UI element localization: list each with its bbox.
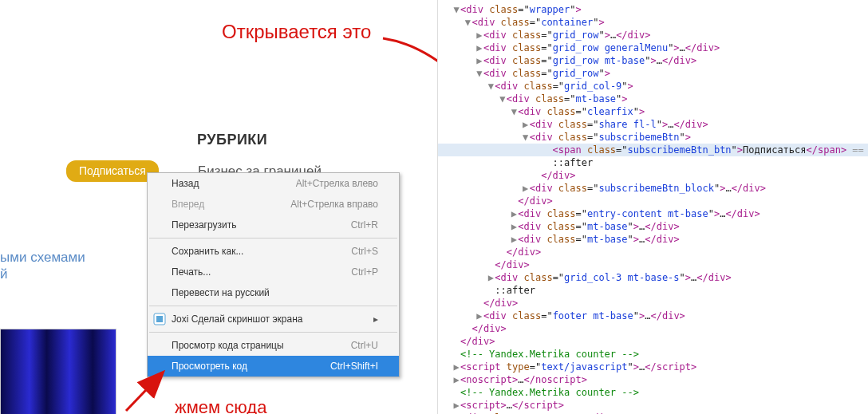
context-menu-forward: Вперед Alt+Стрелка вправо bbox=[148, 194, 399, 215]
annotation-press-here: жмем сюда bbox=[175, 397, 266, 414]
context-menu-joxi[interactable]: Joxi Сделай скриншот экрана ▸ bbox=[148, 309, 399, 329]
cm-reload-label: Перезагрузить bbox=[172, 219, 236, 231]
cm-reload-shortcut: Ctrl+R bbox=[351, 219, 378, 231]
context-menu-saveas[interactable]: Сохранить как... Ctrl+S bbox=[148, 241, 399, 262]
dom-line[interactable]: </div> bbox=[438, 246, 868, 258]
subscribe-button[interactable]: Подписаться bbox=[66, 160, 159, 182]
dom-line[interactable]: ▶<div class="mt-base">…</div> bbox=[438, 233, 868, 246]
dom-line[interactable]: ::after bbox=[438, 284, 868, 297]
joxi-icon bbox=[153, 313, 166, 325]
dom-line[interactable]: ▶<div class="grid_row generalMenu">…</di… bbox=[438, 41, 868, 54]
context-menu-back[interactable]: Назад Alt+Стрелка влево bbox=[148, 173, 399, 194]
cm-print-label: Печать... bbox=[172, 266, 211, 278]
dom-line[interactable]: </div> bbox=[438, 195, 868, 207]
cm-translate-label: Перевести на русский bbox=[172, 286, 270, 299]
dom-line[interactable]: ▶<div class="share fl-l">…</div> bbox=[438, 118, 868, 131]
dom-line[interactable]: ▼<div class="subscribemeBtn"> bbox=[438, 131, 868, 144]
context-menu-translate[interactable]: Перевести на русский bbox=[148, 282, 399, 303]
text-fragment-2: й bbox=[0, 266, 8, 282]
cm-forward-shortcut: Alt+Стрелка вправо bbox=[290, 198, 378, 211]
cm-print-shortcut: Ctrl+P bbox=[351, 266, 378, 278]
dom-line[interactable]: ▶<div class="grid_row">…</div> bbox=[438, 29, 868, 41]
dom-line[interactable]: <!-- Yandex.Metrika counter --> bbox=[438, 386, 868, 399]
cm-saveas-label: Сохранить как... bbox=[172, 245, 243, 258]
dom-line[interactable]: ▶<div class="footer mt-base">…</div> bbox=[438, 310, 868, 322]
text-fragment-1: ыми схемами bbox=[0, 250, 85, 266]
thumbnail-image[interactable] bbox=[0, 329, 116, 414]
context-menu: Назад Alt+Стрелка влево Вперед Alt+Стрел… bbox=[147, 172, 400, 377]
cm-back-label: Назад bbox=[172, 177, 199, 190]
context-menu-separator bbox=[149, 306, 397, 306]
context-menu-separator bbox=[149, 332, 397, 333]
dom-line[interactable]: ▼<div class="mt-base"> bbox=[438, 93, 868, 105]
dom-line[interactable]: ▶<div class="subscribemeBtn_block">…</di… bbox=[438, 182, 868, 195]
browser-page-area: Открывается это РУБРИКИ Бизнес за границ… bbox=[0, 0, 437, 414]
annotation-open-this: Открывается это bbox=[222, 21, 371, 43]
dom-line[interactable]: <!-- Yandex.Metrika counter --> bbox=[438, 348, 868, 361]
cm-back-shortcut: Alt+Стрелка влево bbox=[296, 177, 378, 190]
cm-inspect-shortcut: Ctrl+Shift+I bbox=[330, 360, 378, 373]
dom-line[interactable]: ▶<div class="mt-base">…</div> bbox=[438, 220, 868, 233]
rubriki-heading: РУБРИКИ bbox=[197, 132, 267, 148]
dom-line[interactable]: ::after bbox=[438, 156, 868, 169]
dom-line[interactable]: </div> bbox=[438, 169, 868, 182]
dom-line[interactable]: <span class="subscribemeBtn_btn">Подписа… bbox=[438, 144, 868, 156]
cm-joxi-label: Joxi Сделай скриншот экрана bbox=[172, 313, 302, 325]
dom-line[interactable]: </div> bbox=[438, 258, 868, 271]
dom-line[interactable]: ▼<div class="wrapper"> bbox=[438, 3, 868, 16]
dom-line[interactable]: ▶<script type="text/javascript">…</scrip… bbox=[438, 361, 868, 373]
devtools-elements-panel[interactable]: ▼<div class="wrapper"> ▼<div class="cont… bbox=[437, 0, 868, 414]
cm-saveas-shortcut: Ctrl+S bbox=[351, 245, 378, 258]
svg-rect-1 bbox=[156, 316, 163, 322]
dom-line[interactable]: ▶<div class="entry-content mt-base">…</d… bbox=[438, 207, 868, 220]
dom-line[interactable]: ▶<div class="grid_col-3 mt-base-s">…</di… bbox=[438, 271, 868, 284]
context-menu-reload[interactable]: Перезагрузить Ctrl+R bbox=[148, 215, 399, 235]
context-menu-inspect[interactable]: Просмотреть код Ctrl+Shift+I bbox=[148, 356, 399, 377]
dom-tree[interactable]: ▼<div class="wrapper"> ▼<div class="cont… bbox=[438, 3, 868, 414]
dom-line[interactable]: </div> bbox=[438, 297, 868, 310]
cm-forward-label: Вперед bbox=[172, 198, 204, 211]
dom-line[interactable]: </div> bbox=[438, 322, 868, 335]
dom-line[interactable]: ▼<div class="clearfix"> bbox=[438, 105, 868, 118]
dom-line[interactable]: </div> bbox=[438, 335, 868, 348]
cm-viewsource-shortcut: Ctrl+U bbox=[351, 339, 378, 352]
dom-line[interactable]: ▶<div class="grid_row mt-base">…</div> bbox=[438, 54, 868, 67]
dom-line[interactable]: ▶<noscript>…</noscript> bbox=[438, 373, 868, 386]
cm-viewsource-label: Просмотр кода страницы bbox=[172, 339, 284, 352]
cm-inspect-label: Просмотреть код bbox=[172, 360, 247, 373]
submenu-arrow-icon: ▸ bbox=[373, 313, 378, 325]
context-menu-view-source[interactable]: Просмотр кода страницы Ctrl+U bbox=[148, 335, 399, 356]
context-menu-separator bbox=[149, 238, 397, 239]
dom-line[interactable]: ▼<div class="grid_row"> bbox=[438, 67, 868, 80]
dom-line[interactable]: ▼<div class="container"> bbox=[438, 16, 868, 29]
dom-line[interactable]: ▶<script>…</script> bbox=[438, 399, 868, 412]
context-menu-print[interactable]: Печать... Ctrl+P bbox=[148, 262, 399, 282]
screenshot-canvas: Открывается это РУБРИКИ Бизнес за границ… bbox=[0, 0, 868, 414]
dom-line[interactable]: ▼<div class="grid_col-9"> bbox=[438, 80, 868, 93]
